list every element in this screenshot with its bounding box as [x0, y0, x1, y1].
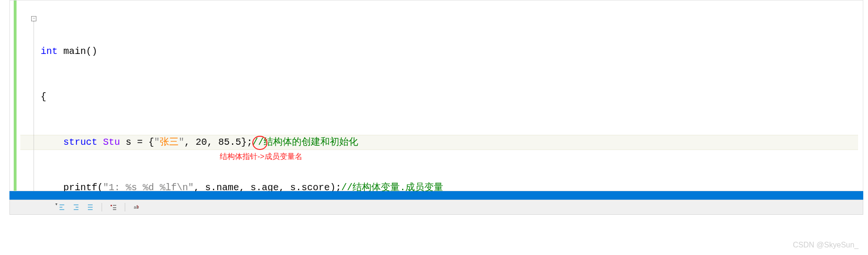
replace-icon[interactable]: ab — [132, 202, 141, 212]
selection-bar — [9, 191, 863, 200]
comment: //结构体的创建和初始化 — [252, 137, 358, 148]
keyword: struct — [63, 137, 97, 148]
fold-toggle[interactable]: − — [31, 16, 36, 21]
function-name: main — [58, 46, 86, 57]
dropdown-arrow-icon[interactable]: ▾ — [55, 201, 58, 207]
fold-guide-line — [34, 21, 34, 192]
code-line[interactable]: struct Stu s = {"张三", 20, 85.5};//结构体的创建… — [41, 135, 858, 150]
text: () — [86, 46, 97, 57]
bottom-toolbar: ab — [9, 200, 863, 215]
change-indicator-bar — [14, 0, 17, 191]
toolbar-separator — [125, 203, 125, 211]
code-editor[interactable]: − int main() { struct Stu s = {"张三", 20,… — [9, 0, 863, 191]
annotation-text: 结构体指针->成员变量名 — [220, 152, 302, 162]
code-line[interactable]: { — [41, 89, 858, 105]
align-icon[interactable] — [86, 202, 95, 212]
list-icon[interactable] — [109, 202, 118, 212]
watermark: CSDN @SkyeSun_ — [793, 241, 859, 249]
indent — [41, 137, 63, 148]
indent-left-icon[interactable] — [57, 202, 67, 212]
string-quote: " — [179, 137, 184, 148]
text: = { — [137, 137, 154, 148]
svg-rect-0 — [111, 205, 112, 206]
code-content[interactable]: int main() { struct Stu s = {"张三", 20, 8… — [41, 14, 858, 255]
string-quote: " — [154, 137, 160, 148]
code-line[interactable]: int main() — [41, 44, 858, 59]
brace: { — [41, 91, 46, 102]
keyword: int — [41, 46, 58, 57]
indent-right-icon[interactable] — [71, 202, 81, 212]
toolbar-separator — [102, 203, 102, 211]
text: s — [126, 137, 137, 148]
type: Stu — [97, 137, 126, 148]
string-zh: 张三 — [160, 137, 179, 148]
text: , 20, 85.5}; — [184, 137, 252, 148]
code-line[interactable] — [41, 226, 858, 241]
